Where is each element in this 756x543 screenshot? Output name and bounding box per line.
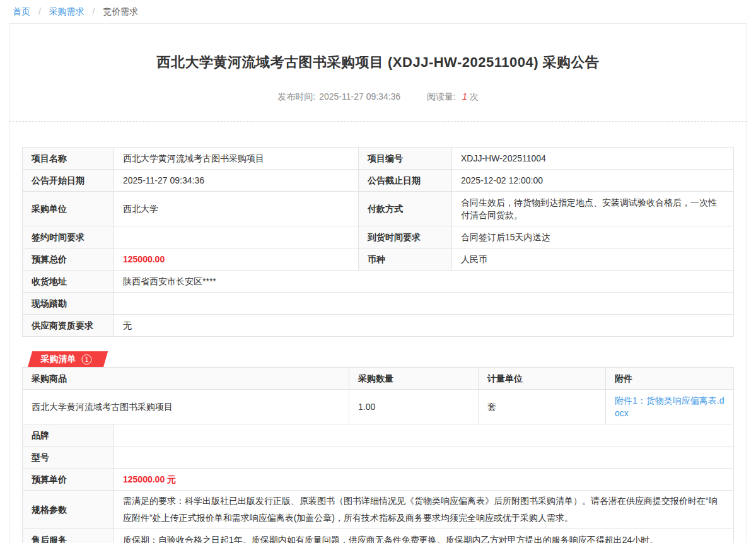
after-sales-value: 质保期：自验收合格之日起1年。质保期内如有质量问题，供应商无条件免费更换。质保期… [114, 529, 734, 543]
info-value: 合同签订后15天内送达 [452, 226, 734, 248]
attachment-link[interactable]: 附件1：货物类响应偏离表.docx [615, 395, 724, 418]
detail-label: 售后服务 [23, 529, 114, 543]
info-value: 西北大学 [114, 192, 359, 226]
goods-quantity: 1.00 [349, 390, 479, 424]
goods-name: 西北大学黄河流域考古图书采购项目 [23, 390, 349, 424]
info-label: 现场踏勘 [23, 293, 114, 315]
purchase-list-label: 采购清单 [41, 354, 76, 365]
info-label: 公告开始日期 [23, 170, 114, 192]
budget-total-value: 125000.00 [114, 248, 359, 271]
info-value: 人民币 [452, 248, 734, 271]
purchase-list-ribbon-row: 采购清单 1 [22, 351, 734, 367]
table-row: 采购单位 西北大学 付款方式 合同生效后，待货物到达指定地点、安装调试验收合格后… [23, 192, 734, 226]
detail-label: 型号 [23, 447, 114, 469]
info-value: 2025-12-02 12:00:00 [452, 170, 734, 192]
info-label: 币种 [359, 248, 452, 271]
table-row: 西北大学黄河流域考古图书采购项目 1.00 套 附件1：货物类响应偏离表.doc… [23, 390, 734, 424]
announcement-body: 项目名称 西北大学黄河流域考古图书采购项目 项目编号 XDJJ-HW-20251… [9, 147, 747, 543]
column-header-quantity: 采购数量 [349, 368, 479, 390]
info-label: 预算总价 [23, 248, 114, 271]
table-row: 规格参数 需满足的要求：科学出版社已出版发行正版、原装图书（图书详细情况见《货物… [23, 491, 734, 529]
table-row: 型号 [23, 447, 734, 469]
table-row: 项目名称 西北大学黄河流域考古图书采购项目 项目编号 XDJJ-HW-20251… [23, 148, 734, 170]
table-row: 供应商资质要求 无 [23, 315, 734, 337]
purchase-goods-table: 采购商品 采购数量 计量单位 附件 西北大学黄河流域考古图书采购项目 1.00 … [22, 367, 734, 424]
table-row: 售后服务 质保期：自验收合格之日起1年。质保期内如有质量问题，供应商无条件免费更… [23, 529, 734, 543]
announcement-card: 西北大学黄河流域考古图书采购项目 (XDJJ-HW-202511004) 采购公… [9, 23, 747, 543]
unit-price-value: 125000.00 元 [114, 469, 734, 491]
view-count-value: 1 [462, 91, 467, 102]
breadcrumb-separator: / [93, 6, 95, 16]
info-value: 无 [114, 315, 734, 337]
column-header-goods: 采购商品 [23, 368, 349, 390]
info-label: 付款方式 [359, 192, 452, 226]
spec-params-value: 需满足的要求：科学出版社已出版发行正版、原装图书（图书详细情况见《货物类响应偏离… [114, 491, 734, 529]
table-row: 品牌 [23, 424, 734, 447]
publish-time: 发布时间:2025-11-27 09:34:36 [277, 91, 400, 103]
divider [9, 121, 747, 122]
column-header-unit: 计量单位 [479, 368, 606, 390]
info-label: 采购单位 [23, 192, 114, 226]
view-count-unit: 次 [470, 91, 479, 102]
breadcrumb-home-link[interactable]: 首页 [13, 6, 30, 16]
publish-time-value: 2025-11-27 09:34:36 [319, 91, 400, 102]
info-label: 供应商资质要求 [23, 315, 114, 337]
info-label: 到货时间要求 [359, 226, 452, 248]
table-row: 现场踏勘 [23, 293, 734, 315]
detail-label: 规格参数 [23, 491, 114, 529]
detail-value [114, 447, 734, 469]
goods-detail-table: 品牌 型号 预算单价 125000.00 元 规格参数 需满足的要求：科学出版社… [22, 424, 734, 543]
detail-label: 品牌 [23, 424, 114, 447]
info-label: 收货地址 [23, 271, 114, 293]
page-title: 西北大学黄河流域考古图书采购项目 (XDJJ-HW-202511004) 采购公… [9, 53, 747, 72]
table-row: 预算总价 125000.00 币种 人民币 [23, 248, 734, 271]
info-value: 西北大学黄河流域考古图书采购项目 [114, 148, 359, 170]
publish-meta: 发布时间:2025-11-27 09:34:36 阅读量:1次 [9, 91, 747, 103]
table-row: 收货地址 陕西省西安市长安区**** [23, 271, 734, 293]
breadcrumb-separator: / [38, 6, 41, 16]
goods-unit: 套 [479, 390, 606, 424]
view-count: 阅读量:1次 [427, 91, 479, 103]
purchase-list-count-badge: 1 [82, 354, 92, 365]
info-label: 项目名称 [23, 148, 114, 170]
project-info-table: 项目名称 西北大学黄河流域考古图书采购项目 项目编号 XDJJ-HW-20251… [22, 147, 734, 337]
publish-time-label: 发布时间: [277, 91, 315, 102]
table-row: 预算单价 125000.00 元 [23, 469, 734, 491]
breadcrumb: 首页 / 采购需求 / 竞价需求 [0, 0, 756, 23]
info-value [114, 293, 734, 315]
info-label: 项目编号 [359, 148, 452, 170]
table-header-row: 采购商品 采购数量 计量单位 附件 [23, 368, 734, 390]
info-value: 2025-11-27 09:34:36 [114, 170, 359, 192]
breadcrumb-current: 竞价需求 [103, 6, 138, 16]
info-value [114, 226, 359, 248]
info-label: 签约时间要求 [23, 226, 114, 248]
info-value: XDJJ-HW-202511004 [452, 148, 734, 170]
table-row: 公告开始日期 2025-11-27 09:34:36 公告截止日期 2025-1… [23, 170, 734, 192]
purchase-list-ribbon: 采购清单 1 [28, 351, 108, 367]
info-value: 合同生效后，待货物到达指定地点、安装调试验收合格后，一次性付清合同货款。 [452, 192, 734, 226]
detail-label: 预算单价 [23, 469, 114, 491]
info-value: 陕西省西安市长安区**** [114, 271, 734, 293]
view-count-label: 阅读量: [427, 91, 456, 102]
info-label: 公告截止日期 [359, 170, 452, 192]
goods-attachment-cell: 附件1：货物类响应偏离表.docx [606, 390, 734, 424]
column-header-attachment: 附件 [606, 368, 734, 390]
table-row: 签约时间要求 到货时间要求 合同签订后15天内送达 [23, 226, 734, 248]
detail-value [114, 424, 734, 447]
breadcrumb-procurement-link[interactable]: 采购需求 [49, 6, 84, 16]
